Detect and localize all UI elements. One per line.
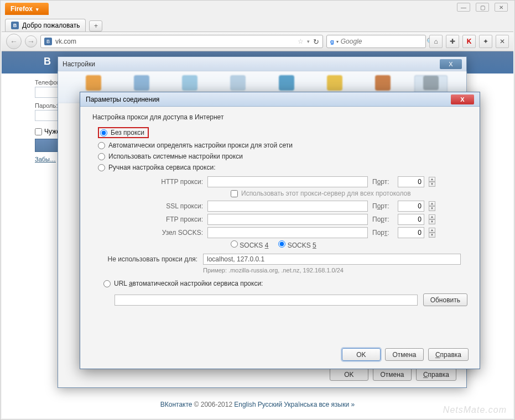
no-proxy-for-row: Не использовать прокси для: [92,254,467,265]
ftp-host-input[interactable] [207,214,368,225]
connection-help-button[interactable]: Справка [428,348,469,361]
radio-no-proxy[interactable] [100,129,107,136]
back-button[interactable]: ← [6,34,22,49]
lang-ukrainian[interactable]: Українська [284,401,317,408]
no-proxy-highlight: Без прокси [98,127,149,138]
connection-close-button[interactable]: X [451,95,474,104]
foreign-pc-checkbox[interactable] [35,128,42,135]
tab-title: Добро пожаловать [22,22,80,29]
radio-auto[interactable] [98,142,105,149]
close-button[interactable]: ✕ [495,3,508,12]
maximize-button[interactable]: ▢ [476,3,489,12]
minimize-button[interactable]: — [457,3,470,12]
http-port-label: Порт: [372,178,393,186]
connection-title: Параметры соединения [86,96,159,103]
addon-button-1[interactable]: ✦ [479,35,492,48]
radio-manual-row[interactable]: Ручная настройка сервиса прокси: [92,162,467,173]
ftp-port-label: Порт: [372,216,393,223]
radio-auto-row[interactable]: Автоматически определять настройки прокс… [92,140,467,151]
home-button[interactable]: ⌂ [429,35,443,48]
radio-system[interactable] [98,153,105,160]
radio-no-proxy-row[interactable]: Без прокси [92,125,467,140]
url-dropdown-icon[interactable]: ▾ [307,39,310,44]
site-favicon-icon: B [44,38,52,45]
url-auto-input[interactable] [115,295,418,306]
bookmarks-button[interactable]: ✚ [446,35,459,48]
google-icon: g [330,38,334,45]
radio-manual[interactable] [98,164,105,171]
socks-port-label: Порт: [372,229,393,237]
search-input[interactable] [341,38,424,45]
settings-titlebar[interactable]: Настройки X [58,57,466,71]
socks-host-input[interactable] [207,227,368,238]
url-auto-input-row: Обновить [115,293,467,306]
settings-ok-button[interactable]: OK [330,368,368,381]
no-proxy-input[interactable] [203,254,461,265]
firefox-menu-button[interactable]: Firefox [5,3,49,15]
firefox-label: Firefox [11,5,33,13]
footer-brand[interactable]: ВКонтакте [160,401,193,408]
settings-cancel-button[interactable]: Отмена [373,368,412,381]
radio-url-auto-label: URL автоматической настройки сервиса про… [114,280,263,287]
no-proxy-label: Не использовать прокси для: [92,255,197,263]
tab-bar: B Добро пожаловать + [5,16,510,32]
settings-button-row: OK Отмена Справка [330,368,456,381]
connection-cancel-button[interactable]: Отмена [385,348,424,361]
radio-socks5[interactable] [278,240,285,248]
http-port-input[interactable] [398,176,424,187]
watermark-text: NetsMate.com [443,405,507,415]
lang-all[interactable]: все языки » [319,401,355,408]
proxy-group-title: Настройка прокси для доступа в Интернет [92,113,467,121]
reload-button[interactable]: ↻ [313,38,319,46]
toolbar: ← → B ☆ ▾ ↻ g ▾ 🔍 ⌂ ✚ K ✦ ✕ [2,32,513,51]
addon-button-2[interactable]: ✕ [496,35,509,48]
ssl-host-input[interactable] [207,201,368,212]
window-controls: — ▢ ✕ [457,3,508,12]
settings-close-button[interactable]: X [440,59,462,69]
connection-dialog: Параметры соединения X Настройка прокси … [80,92,480,369]
vk-favicon-icon: B [11,22,19,29]
http-host-input[interactable] [207,176,368,187]
footer-copyright: © 2006-2012 [194,401,233,408]
radio-manual-label: Ручная настройка сервиса прокси: [108,164,215,171]
ftp-port-spinner[interactable]: ▲▼ [429,214,435,224]
radio-url-auto-row[interactable]: URL автоматической настройки сервиса про… [98,278,467,289]
socks-label: Узел SOCKS: [115,229,203,237]
kaspersky-icon[interactable]: K [462,35,476,48]
connection-body: Настройка прокси для доступа в Интернет … [80,107,480,313]
bookmark-star-icon[interactable]: ☆ [298,38,304,45]
use-for-all-checkbox[interactable] [231,190,238,197]
reload-proxy-button[interactable]: Обновить [423,293,467,306]
lang-russian[interactable]: Русский [258,401,283,408]
page-footer: ВКонтакте © 2006-2012 English Русский Ук… [2,401,513,408]
no-proxy-example: Пример: .mozilla-russia.org, .net.nz, 19… [203,267,467,274]
ssl-port-input[interactable] [398,201,424,212]
ftp-port-input[interactable] [398,214,424,225]
settings-title: Настройки [63,60,95,68]
ssl-port-spinner[interactable]: ▲▼ [429,201,435,211]
new-tab-button[interactable]: + [89,20,102,32]
forward-button[interactable]: → [25,35,37,48]
lang-english[interactable]: English [234,401,256,408]
radio-url-auto[interactable] [103,280,111,287]
radio-system-label: Использовать системные настройки прокси [108,153,243,160]
ssl-label: SSL прокси: [115,202,203,210]
search-bar[interactable]: g ▾ 🔍 [326,35,426,48]
tab-active[interactable]: B Добро пожаловать [5,19,86,32]
socks-port-input[interactable] [398,227,424,238]
radio-socks4[interactable] [231,240,238,248]
url-bar[interactable]: B ☆ ▾ ↻ [40,35,323,48]
use-for-all-label: Использовать этот прокси-сервер для всех… [241,190,411,197]
radio-system-row[interactable]: Использовать системные настройки прокси [92,151,467,162]
http-port-spinner[interactable]: ▲▼ [429,177,435,187]
settings-help-button[interactable]: Справка [416,368,456,381]
radio-auto-label: Автоматически определять настройки прокс… [108,141,293,149]
connection-titlebar[interactable]: Параметры соединения X [80,92,480,107]
connection-button-row: OK Отмена Справка [342,348,469,361]
forgot-link[interactable]: Забы… [35,156,56,162]
socks4-option[interactable]: SOCKS 4 [231,240,268,249]
connection-ok-button[interactable]: OK [342,348,381,361]
url-input[interactable] [55,38,294,45]
socks-port-spinner[interactable]: ▲▼ [429,228,435,238]
socks5-option[interactable]: SOCKS 5 [278,240,316,249]
